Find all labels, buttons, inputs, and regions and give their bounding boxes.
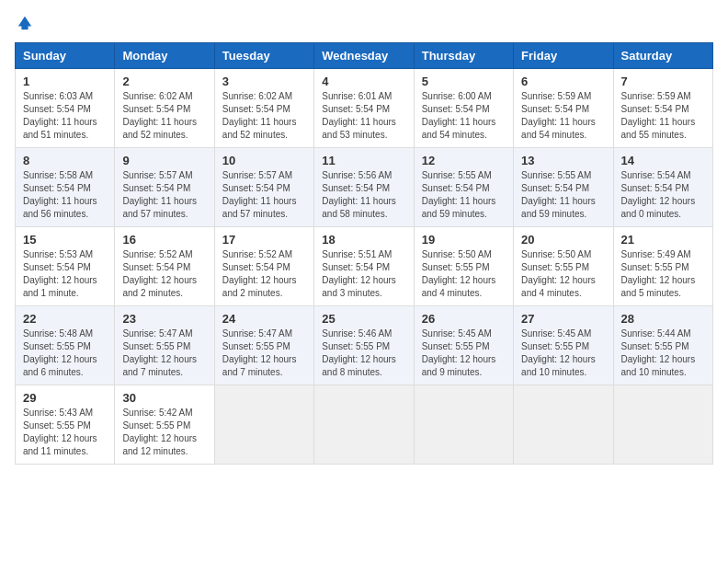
calendar-week-row: 1Sunrise: 6:03 AM Sunset: 5:54 PM Daylig… [16, 69, 713, 148]
calendar-day-cell: 5Sunrise: 6:00 AM Sunset: 5:54 PM Daylig… [414, 69, 513, 148]
calendar-day-cell: 27Sunrise: 5:45 AM Sunset: 5:55 PM Dayli… [514, 306, 613, 385]
day-number: 13 [521, 154, 605, 167]
day-number: 16 [122, 233, 206, 247]
calendar-day-cell [613, 385, 712, 465]
day-info: Sunrise: 5:46 AM Sunset: 5:55 PM Dayligh… [322, 327, 405, 379]
calendar-day-cell: 15Sunrise: 5:53 AM Sunset: 5:54 PM Dayli… [16, 227, 115, 306]
calendar-day-cell: 14Sunrise: 5:54 AM Sunset: 5:54 PM Dayli… [613, 148, 712, 227]
day-info: Sunrise: 6:02 AM Sunset: 5:54 PM Dayligh… [122, 90, 206, 142]
calendar-header-row: SundayMondayTuesdayWednesdayThursdayFrid… [16, 43, 713, 69]
calendar-day-cell [414, 385, 513, 465]
calendar-day-cell: 29Sunrise: 5:43 AM Sunset: 5:55 PM Dayli… [16, 385, 115, 465]
day-info: Sunrise: 5:50 AM Sunset: 5:55 PM Dayligh… [521, 248, 605, 300]
day-info: Sunrise: 5:47 AM Sunset: 5:55 PM Dayligh… [222, 327, 306, 379]
day-info: Sunrise: 5:53 AM Sunset: 5:54 PM Dayligh… [23, 248, 107, 300]
day-of-week-header: Monday [115, 43, 214, 69]
calendar-day-cell: 16Sunrise: 5:52 AM Sunset: 5:54 PM Dayli… [115, 227, 214, 306]
day-info: Sunrise: 5:54 AM Sunset: 5:54 PM Dayligh… [621, 169, 705, 221]
day-number: 4 [322, 75, 405, 88]
calendar-day-cell: 19Sunrise: 5:50 AM Sunset: 5:55 PM Dayli… [414, 227, 513, 306]
day-number: 19 [422, 233, 506, 247]
day-info: Sunrise: 6:03 AM Sunset: 5:54 PM Dayligh… [23, 90, 107, 142]
calendar-day-cell [514, 385, 613, 465]
day-info: Sunrise: 5:55 AM Sunset: 5:54 PM Dayligh… [521, 169, 605, 221]
day-number: 5 [422, 75, 506, 88]
calendar-day-cell: 3Sunrise: 6:02 AM Sunset: 5:54 PM Daylig… [214, 69, 313, 148]
day-number: 17 [222, 233, 306, 247]
day-number: 23 [122, 312, 206, 326]
day-number: 14 [621, 154, 705, 167]
day-of-week-header: Tuesday [214, 43, 313, 69]
calendar-day-cell: 18Sunrise: 5:51 AM Sunset: 5:54 PM Dayli… [314, 227, 414, 306]
day-number: 7 [621, 75, 705, 88]
calendar-table: SundayMondayTuesdayWednesdayThursdayFrid… [15, 42, 713, 465]
day-number: 9 [122, 154, 206, 167]
calendar-day-cell: 2Sunrise: 6:02 AM Sunset: 5:54 PM Daylig… [115, 69, 214, 148]
logo [15, 15, 33, 31]
day-of-week-header: Friday [514, 43, 613, 69]
calendar-day-cell: 7Sunrise: 5:59 AM Sunset: 5:54 PM Daylig… [613, 69, 712, 148]
day-info: Sunrise: 5:50 AM Sunset: 5:55 PM Dayligh… [422, 248, 506, 300]
day-number: 30 [122, 391, 206, 405]
day-number: 26 [422, 312, 506, 326]
svg-marker-1 [21, 25, 28, 29]
calendar-day-cell: 4Sunrise: 6:01 AM Sunset: 5:54 PM Daylig… [314, 69, 414, 148]
day-number: 1 [23, 75, 107, 88]
calendar-day-cell: 30Sunrise: 5:42 AM Sunset: 5:55 PM Dayli… [115, 385, 214, 465]
day-info: Sunrise: 5:47 AM Sunset: 5:55 PM Dayligh… [122, 327, 206, 379]
calendar-day-cell: 20Sunrise: 5:50 AM Sunset: 5:55 PM Dayli… [514, 227, 613, 306]
calendar-week-row: 8Sunrise: 5:58 AM Sunset: 5:54 PM Daylig… [16, 148, 713, 227]
calendar-day-cell: 6Sunrise: 5:59 AM Sunset: 5:54 PM Daylig… [514, 69, 613, 148]
day-info: Sunrise: 5:45 AM Sunset: 5:55 PM Dayligh… [521, 327, 605, 379]
calendar-day-cell: 17Sunrise: 5:52 AM Sunset: 5:54 PM Dayli… [214, 227, 313, 306]
day-of-week-header: Thursday [414, 43, 513, 69]
day-number: 10 [222, 154, 306, 167]
day-info: Sunrise: 5:49 AM Sunset: 5:55 PM Dayligh… [621, 248, 705, 300]
page-header [15, 15, 713, 31]
day-info: Sunrise: 5:52 AM Sunset: 5:54 PM Dayligh… [122, 248, 206, 300]
day-of-week-header: Sunday [16, 43, 115, 69]
calendar-week-row: 15Sunrise: 5:53 AM Sunset: 5:54 PM Dayli… [16, 227, 713, 306]
day-info: Sunrise: 5:59 AM Sunset: 5:54 PM Dayligh… [621, 90, 705, 142]
day-info: Sunrise: 5:48 AM Sunset: 5:55 PM Dayligh… [23, 327, 107, 379]
day-of-week-header: Saturday [613, 43, 712, 69]
day-info: Sunrise: 5:56 AM Sunset: 5:54 PM Dayligh… [322, 169, 405, 221]
day-number: 15 [23, 233, 107, 247]
day-info: Sunrise: 5:51 AM Sunset: 5:54 PM Dayligh… [322, 248, 405, 300]
calendar-day-cell: 21Sunrise: 5:49 AM Sunset: 5:55 PM Dayli… [613, 227, 712, 306]
day-number: 29 [23, 391, 107, 405]
day-info: Sunrise: 5:44 AM Sunset: 5:55 PM Dayligh… [621, 327, 705, 379]
calendar-week-row: 29Sunrise: 5:43 AM Sunset: 5:55 PM Dayli… [16, 385, 713, 465]
day-info: Sunrise: 5:52 AM Sunset: 5:54 PM Dayligh… [222, 248, 306, 300]
calendar-day-cell: 23Sunrise: 5:47 AM Sunset: 5:55 PM Dayli… [115, 306, 214, 385]
day-info: Sunrise: 5:43 AM Sunset: 5:55 PM Dayligh… [23, 407, 107, 458]
calendar-day-cell: 26Sunrise: 5:45 AM Sunset: 5:55 PM Dayli… [414, 306, 513, 385]
day-number: 11 [322, 154, 405, 167]
day-number: 22 [23, 312, 107, 326]
day-info: Sunrise: 5:58 AM Sunset: 5:54 PM Dayligh… [23, 169, 107, 221]
calendar-day-cell: 12Sunrise: 5:55 AM Sunset: 5:54 PM Dayli… [414, 148, 513, 227]
day-number: 12 [422, 154, 506, 167]
calendar-day-cell: 10Sunrise: 5:57 AM Sunset: 5:54 PM Dayli… [214, 148, 313, 227]
calendar-day-cell: 22Sunrise: 5:48 AM Sunset: 5:55 PM Dayli… [16, 306, 115, 385]
day-info: Sunrise: 5:59 AM Sunset: 5:54 PM Dayligh… [521, 90, 605, 142]
day-number: 21 [621, 233, 705, 247]
day-number: 8 [23, 154, 107, 167]
calendar-day-cell: 1Sunrise: 6:03 AM Sunset: 5:54 PM Daylig… [16, 69, 115, 148]
day-info: Sunrise: 5:45 AM Sunset: 5:55 PM Dayligh… [422, 327, 506, 379]
day-number: 2 [122, 75, 206, 88]
day-info: Sunrise: 5:42 AM Sunset: 5:55 PM Dayligh… [122, 407, 206, 458]
day-number: 6 [521, 75, 605, 88]
calendar-day-cell: 28Sunrise: 5:44 AM Sunset: 5:55 PM Dayli… [613, 306, 712, 385]
calendar-day-cell: 25Sunrise: 5:46 AM Sunset: 5:55 PM Dayli… [314, 306, 414, 385]
day-number: 25 [322, 312, 405, 326]
day-number: 20 [521, 233, 605, 247]
day-info: Sunrise: 5:55 AM Sunset: 5:54 PM Dayligh… [422, 169, 506, 221]
day-number: 3 [222, 75, 306, 88]
calendar-week-row: 22Sunrise: 5:48 AM Sunset: 5:55 PM Dayli… [16, 306, 713, 385]
day-info: Sunrise: 6:00 AM Sunset: 5:54 PM Dayligh… [422, 90, 506, 142]
day-info: Sunrise: 5:57 AM Sunset: 5:54 PM Dayligh… [222, 169, 306, 221]
calendar-day-cell: 13Sunrise: 5:55 AM Sunset: 5:54 PM Dayli… [514, 148, 613, 227]
day-number: 28 [621, 312, 705, 326]
day-info: Sunrise: 5:57 AM Sunset: 5:54 PM Dayligh… [122, 169, 206, 221]
